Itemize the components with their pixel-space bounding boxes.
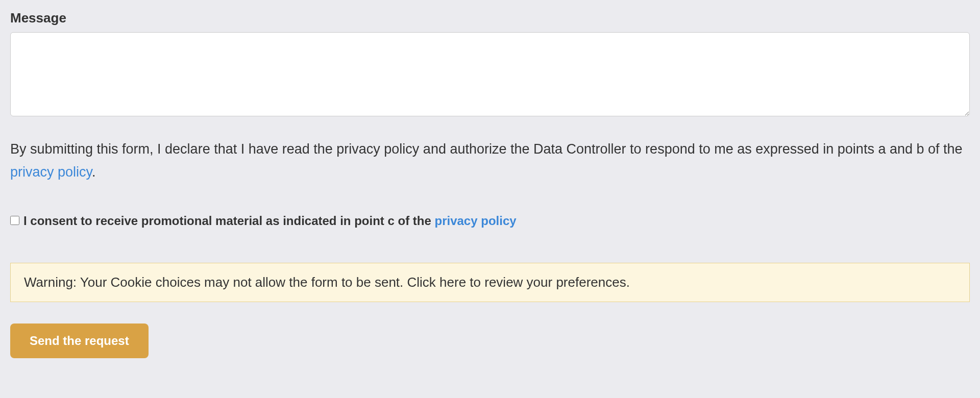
declaration-paragraph: By submitting this form, I declare that … bbox=[10, 138, 970, 183]
consent-text-before: I consent to receive promotional materia… bbox=[23, 214, 435, 228]
cookie-warning-box[interactable]: Warning: Your Cookie choices may not all… bbox=[10, 263, 970, 302]
declaration-text-after: . bbox=[92, 164, 96, 180]
message-textarea[interactable] bbox=[10, 32, 970, 116]
consent-label: I consent to receive promotional materia… bbox=[23, 214, 517, 228]
consent-row: I consent to receive promotional materia… bbox=[10, 214, 970, 228]
message-label: Message bbox=[10, 10, 970, 26]
consent-checkbox[interactable] bbox=[10, 216, 19, 225]
consent-privacy-link[interactable]: privacy policy bbox=[435, 214, 517, 228]
contact-form: Message By submitting this form, I decla… bbox=[10, 10, 970, 358]
privacy-policy-link[interactable]: privacy policy bbox=[10, 164, 92, 180]
declaration-text-before: By submitting this form, I declare that … bbox=[10, 141, 963, 157]
send-request-button[interactable]: Send the request bbox=[10, 324, 149, 358]
